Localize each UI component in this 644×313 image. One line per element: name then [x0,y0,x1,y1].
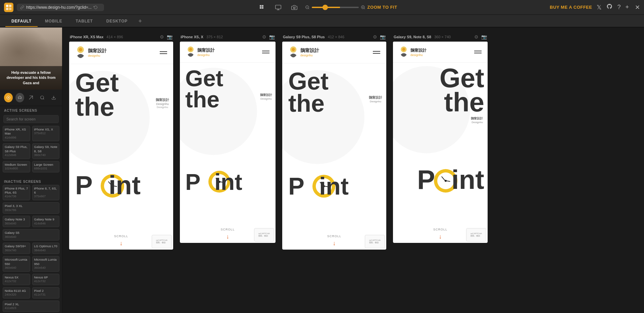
url-bar[interactable]: https://www.design-hu.com/?gclid=... [17,4,104,11]
logo-chinese-4: 鵲甯設計 [410,48,427,53]
captcha-1: reCAPTCHA隱私 · 條款 [152,235,172,248]
device-size-1: 414 × 896 [106,35,123,39]
close-button[interactable]: ✕ [635,4,640,11]
logo-chinese-3: 鵲甯設計 [300,48,319,54]
screen-nokia[interactable]: Nokia 8110 4G240x320 [3,287,30,299]
screen-pixel3[interactable]: Pixel 3, 3 XL393x786 [3,202,59,214]
device-screen-1: 鵲甯設計 designhu Getthe [69,42,173,250]
active-screens-list: iPhone XR, XS Max414x896 iPhone XS, X375… [0,126,62,177]
site-nav-3: 鵲甯設計 designhu [282,42,386,63]
device-settings-icon-3[interactable]: ⚙ [373,34,377,40]
tab-desktop[interactable]: DESKTOP [100,16,134,27]
screen-iphone-xs-x[interactable]: iPhone XS, X375x812 [32,126,60,141]
logo-pinyin-2: designhu [197,53,215,57]
sidebar-banner[interactable]: Help evacuate a fellow developer and his… [0,28,62,90]
screen-lg-optimus[interactable]: LG Optimus L70384x640 [32,243,60,254]
tab-mobile[interactable]: MOBILE [39,16,68,27]
hamburger-2[interactable] [262,51,269,53]
cursor-tool-button[interactable] [4,93,13,102]
svg-line-13 [308,8,309,9]
magnet-tool-button[interactable] [15,93,24,102]
device-frame-2: iPhone XS, X 375 × 812 ⚙ 📷 [180,34,276,306]
logo-chinese-2: 鵲甯設計 [197,47,215,53]
scroll-text-1: SCROLL [114,234,128,238]
screen-large[interactable]: Large Screen688x1031 [32,161,60,172]
site-nav-1: 鵲甯設計 designhu [69,42,173,64]
add-tab-button[interactable]: + [135,15,145,27]
github-icon[interactable] [606,3,612,11]
screen-nexus6p[interactable]: Nexus 6P412x732 [32,274,60,285]
screen-row: iPhone 8 Plus, 7 Plus, 6S414x736 iPhone … [3,185,59,200]
screen-iphone8plus[interactable]: iPhone 8 Plus, 7 Plus, 6S414x736 [3,185,30,200]
screen-medium[interactable]: Medium Screen1024x800 [3,161,30,172]
device-screenshot-icon-4[interactable]: 📷 [481,34,487,40]
device-settings-icon-1[interactable]: ⚙ [160,34,164,40]
grid-view-button[interactable] [257,2,267,13]
zoom-control[interactable]: ZOOM TO FIT [305,5,397,10]
twitter-icon[interactable]: 𝕏 [597,4,602,11]
device-name-1: iPhone XR, XS Max [70,35,103,39]
screen-galaxy-s9[interactable]: Galaxy S9, Note 8, S8360x740 [32,143,60,159]
device-header-2: iPhone XS, X 375 × 812 ⚙ 📷 [180,34,276,42]
device-frame-1: iPhone XR, XS Max 414 × 896 ⚙ 📷 [69,34,173,306]
active-screens-label: ACTIVE SCREENS [0,106,62,114]
screen-nexus5x[interactable]: Nexus 5X412x732 [3,274,30,285]
canvas-area[interactable]: iPhone XR, XS Max 414 × 896 ⚙ 📷 [62,28,644,313]
device-frame-4: Galaxy S9, Note 8, S8 360 × 740 ⚙ 📷 [393,34,488,306]
hamburger-4[interactable] [474,51,482,53]
logo-pinyin-3: designhu [300,54,319,57]
screen-row: Galaxy S9/S9+360x740 LG Optimus L70384x6… [3,243,59,254]
device-screenshot-icon-1[interactable]: 📷 [167,34,172,40]
tab-default[interactable]: DEFAULT [5,16,38,27]
captcha-2: reCAPTCHA隱私 · 條款 [254,228,274,242]
screen-pixel2xl[interactable]: Pixel 2 XL411x823 [3,301,59,312]
topbar: https://www.design-hu.com/?gclid=... ZOO… [0,0,644,15]
screen-note3[interactable]: Galaxy Note 3360x640 [3,216,30,227]
screen-note9[interactable]: Galaxy Note 9414x846 [32,216,60,227]
svg-rect-4 [260,5,261,7]
hamburger-3[interactable] [373,51,380,54]
screen-search-input[interactable] [3,115,59,123]
device-screen-3: 鵲甯設計 designhu Getthe 鵲甯設計 Designhu Point [282,42,386,250]
device-settings-icon-2[interactable]: ⚙ [262,34,266,40]
screen-galaxy-s9plus[interactable]: Galaxy S9 Plus, S8 Plus412x846 [3,143,30,159]
screen-ms-lumia950[interactable]: Microsoft Lumia 950360x640 [32,256,60,271]
buy-coffee-button[interactable]: BUY ME A COFFEE [550,5,592,10]
device-settings-icon-4[interactable]: ⚙ [474,34,479,40]
screen-ms-lumia550[interactable]: Microsoft Lumia 550360x640 [3,256,30,271]
svg-rect-7 [262,7,263,9]
screen-iphone876[interactable]: iPhone 8, 7, 6S, 6375x667 [32,185,60,200]
device-screen-2: 鵲甯設計 designhu Getthe 鵲甯設計 Designhu Point [180,42,276,243]
app-logo [4,3,13,12]
screen-row: iPhone XR, XS Max414x896 iPhone XS, X375… [3,126,59,141]
screen-grid: iPhone XR, XS Max414x896 iPhone XS, X375… [0,126,62,313]
help-icon[interactable]: ? [617,4,621,11]
device-screenshot-icon-2[interactable]: 📷 [269,34,275,40]
screen-galaxy-s5[interactable]: Galaxy S5360x640 [3,229,59,241]
inactive-screens-list: iPhone 8 Plus, 7 Plus, 6S414x736 iPhone … [0,185,62,313]
screen-iphone-xr-xs-max[interactable]: iPhone XR, XS Max414x896 [3,126,30,141]
site-nav-2: 鵲甯設計 designhu [180,42,276,63]
tab-tablet[interactable]: TABLET [70,16,99,27]
svg-point-21 [41,96,44,99]
device-screen-4: 鵲甯設計 designhu Getthe 鵲甯設計 Designhu [393,42,488,243]
sidebar-search[interactable] [0,114,62,126]
svg-rect-1 [9,5,11,7]
monitor-view-button[interactable] [273,2,284,13]
download-tool-button[interactable] [49,93,58,102]
sidebar-tools [0,90,62,106]
hamburger-1[interactable] [160,51,167,54]
svg-point-29 [292,48,295,51]
logo-pinyin-1: designhu [88,54,107,57]
add-icon[interactable]: + [625,4,629,11]
scroll-arrow-3: ↓ [333,240,336,247]
zoom-to-fit-button[interactable]: ZOOM TO FIT [367,5,397,10]
arrow-tool-button[interactable] [27,93,36,102]
search-tool-button[interactable] [38,93,47,102]
screen-pixel2[interactable]: Pixel 2411x731 [32,287,60,299]
camera-button[interactable] [289,2,300,13]
device-screenshot-icon-3[interactable]: 📷 [380,34,386,40]
screen-galaxy-s9s9p[interactable]: Galaxy S9/S9+360x740 [3,243,30,254]
zoom-slider[interactable] [312,7,359,8]
brand-aside-chinese-1: 鵲甯設計 [156,98,169,102]
